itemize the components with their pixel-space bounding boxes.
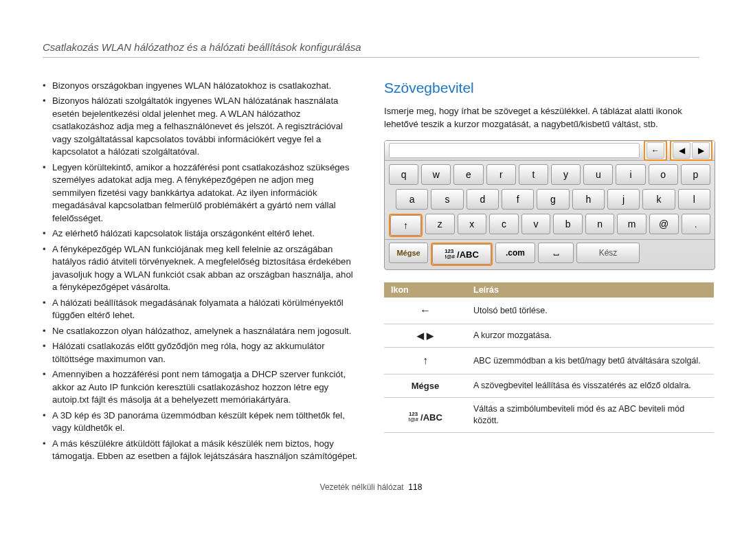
note-item: A fényképezőgép WLAN funkciójának meg ke… (43, 243, 358, 294)
col-desc-header: Leírás (466, 282, 714, 298)
cancel-key[interactable]: Mégse (389, 243, 428, 263)
key-h[interactable]: h (572, 189, 605, 210)
keyboard-text-field[interactable] (389, 143, 640, 158)
key-r[interactable]: r (486, 164, 516, 185)
desc-cell: Utolsó betű törlése. (466, 298, 714, 324)
key-g[interactable]: g (537, 189, 569, 210)
done-key[interactable]: Kész (576, 243, 640, 263)
mode-toggle-key[interactable]: 123 !@# /ABC (432, 244, 491, 265)
key-d[interactable]: d (466, 189, 499, 210)
text-entry-column: Szövegbevitel Ismerje meg, hogy írhat be… (384, 80, 699, 466)
note-item: Bizonyos hálózati szolgáltatók ingyenes … (43, 95, 358, 158)
key-n[interactable]: n (585, 214, 615, 234)
icon-cell: ↑ (384, 348, 466, 374)
footer-section-label: Vezeték nélküli hálózat (320, 482, 404, 492)
note-item: A hálózati beállítások megadásának folya… (43, 297, 358, 322)
cursor-right-key[interactable]: ▶ (692, 142, 710, 159)
key-j[interactable]: j (607, 189, 640, 210)
key-w[interactable]: w (421, 164, 451, 185)
note-item: A más készülékre átküldött fájlokat a má… (43, 438, 358, 463)
icon-cell: Mégse (384, 374, 466, 398)
space-icon: ⎵ (554, 248, 558, 258)
backspace-key[interactable]: ← (647, 142, 664, 159)
key-k[interactable]: k (642, 189, 675, 210)
key-b[interactable]: b (553, 214, 583, 234)
key-p[interactable]: p (681, 164, 710, 185)
desc-cell: Váltás a szimbólumbeviteli mód és az ABC… (466, 398, 714, 433)
mode-abc-label: /ABC (420, 412, 442, 424)
key-at[interactable]: @ (649, 214, 679, 234)
key-y[interactable]: y (551, 164, 581, 185)
key-m[interactable]: m (617, 214, 647, 234)
key-s[interactable]: s (431, 189, 463, 210)
key-x[interactable]: x (458, 214, 487, 234)
space-key[interactable]: ⎵ (538, 243, 574, 263)
arrow-left-bold-icon: ← (651, 146, 660, 155)
on-screen-keyboard: ← ◀ ▶ q (384, 140, 715, 270)
key-e[interactable]: e (453, 164, 483, 185)
icon-cell: 123 !@# /ABC (384, 398, 466, 433)
section-title: Szövegbevitel (384, 80, 699, 96)
shift-key[interactable]: ↑ (390, 215, 421, 236)
arrow-up-icon: ↑ (423, 355, 428, 366)
key-v[interactable]: v (521, 214, 551, 234)
icon-description-table: Ikon Leírás ← Utolsó betű törlése. ◀ ▶ (384, 282, 714, 433)
note-item: Legyen körültekintő, amikor a hozzáférés… (43, 161, 358, 225)
arrow-left-bold-icon: ← (420, 304, 431, 316)
note-item: Bizonyos országokban ingyenes WLAN hálóz… (43, 80, 358, 92)
mode-sup-sym: !@# (408, 417, 418, 423)
key-dot[interactable]: . (682, 214, 711, 234)
mode-abc-label: /ABC (457, 249, 479, 260)
mode-sup-sym: !@# (445, 254, 455, 260)
icon-cell: ← (384, 298, 466, 324)
arrow-up-icon: ↑ (403, 220, 408, 231)
notes-column: Bizonyos országokban ingyenes WLAN hálóz… (43, 80, 358, 466)
notes-list: Bizonyos országokban ingyenes WLAN hálóz… (43, 80, 358, 463)
desc-cell: A szövegbevitel leállítása és visszatéré… (466, 374, 714, 398)
note-item: A 3D kép és 3D panoráma üzemmódban készü… (43, 410, 358, 435)
key-z[interactable]: z (425, 214, 455, 234)
key-f[interactable]: f (502, 189, 534, 210)
note-item: Amennyiben a hozzáférési pont nem támoga… (43, 368, 358, 406)
page-number: 118 (408, 482, 422, 492)
cursor-left-key[interactable]: ◀ (673, 142, 690, 159)
key-u[interactable]: u (583, 164, 613, 185)
note-item: Ne csatlakozzon olyan hálózathoz, amelyn… (43, 325, 358, 337)
key-c[interactable]: c (489, 214, 519, 234)
desc-cell: A kurzor mozgatása. (466, 324, 714, 348)
note-item: Hálózati csatlakozás előtt győződjön meg… (43, 340, 358, 366)
key-q[interactable]: q (389, 164, 418, 185)
desc-cell: ABC üzemmódban a kis betű/nagy betű átvá… (466, 348, 714, 374)
key-l[interactable]: l (678, 189, 710, 210)
section-intro: Ismerje meg, hogy írhat be szöveget a ké… (384, 105, 699, 131)
col-icon-header: Ikon (384, 282, 466, 298)
icon-cell: ◀ ▶ (384, 324, 466, 348)
key-i[interactable]: i (616, 164, 645, 185)
key-a[interactable]: a (396, 189, 428, 210)
cursor-arrows-icon: ◀ ▶ (417, 331, 434, 341)
key-t[interactable]: t (519, 164, 548, 185)
page-footer: Vezeték nélküli hálózat 118 (43, 482, 699, 492)
key-o[interactable]: o (649, 164, 678, 185)
note-item: Az elérhető hálózati kapcsolatok listája… (43, 227, 358, 240)
page-header: Csatlakozás WLAN hálózathoz és a hálózat… (43, 41, 699, 58)
triangle-right-icon: ▶ (698, 146, 704, 155)
dotcom-key[interactable]: .com (495, 243, 535, 263)
triangle-left-icon: ◀ (679, 146, 685, 155)
